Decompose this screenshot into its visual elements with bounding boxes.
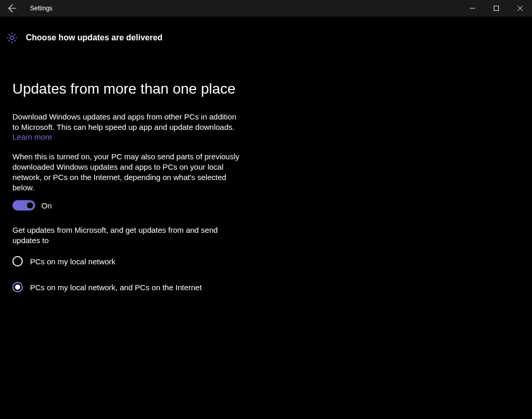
svg-rect-1 [494, 6, 499, 11]
toggle-knob [27, 202, 33, 208]
radio-icon [12, 282, 23, 292]
radio-group-intro: Get updates from Microsoft, and get upda… [12, 225, 230, 246]
minimize-button[interactable] [461, 0, 484, 17]
updates-toggle[interactable] [12, 200, 35, 211]
radio-label: PCs on my local network [30, 257, 115, 266]
titlebar: Settings [0, 0, 532, 17]
intro-paragraph: Download Windows updates and apps from o… [12, 112, 240, 132]
minimize-icon [470, 6, 475, 11]
window-title: Settings [30, 5, 52, 12]
maximize-icon [494, 6, 499, 11]
close-button[interactable] [508, 0, 532, 17]
titlebar-left: Settings [0, 0, 52, 17]
back-arrow-icon [8, 4, 17, 12]
subheader-title: Choose how updates are delivered [26, 33, 162, 42]
radio-option-local[interactable]: PCs on my local network [12, 256, 248, 266]
window-controls [461, 0, 532, 17]
description-paragraph: When this is turned on, your PC may also… [12, 152, 240, 193]
toggle-state-label: On [41, 201, 52, 210]
page-subheader: Choose how updates are delivered [0, 17, 532, 44]
back-button[interactable] [0, 0, 25, 17]
close-icon [518, 6, 523, 11]
radio-option-local-and-internet[interactable]: PCs on my local network, and PCs on the … [12, 282, 248, 292]
page-title: Updates from more than one place [12, 81, 248, 97]
toggle-row: On [12, 200, 248, 211]
content-area: Updates from more than one place Downloa… [0, 44, 248, 292]
maximize-button[interactable] [484, 0, 508, 17]
learn-more-link[interactable]: Learn more [12, 132, 52, 141]
gear-icon [5, 31, 19, 44]
radio-icon [12, 256, 23, 266]
radio-label: PCs on my local network, and PCs on the … [30, 283, 202, 292]
svg-point-4 [10, 36, 14, 40]
